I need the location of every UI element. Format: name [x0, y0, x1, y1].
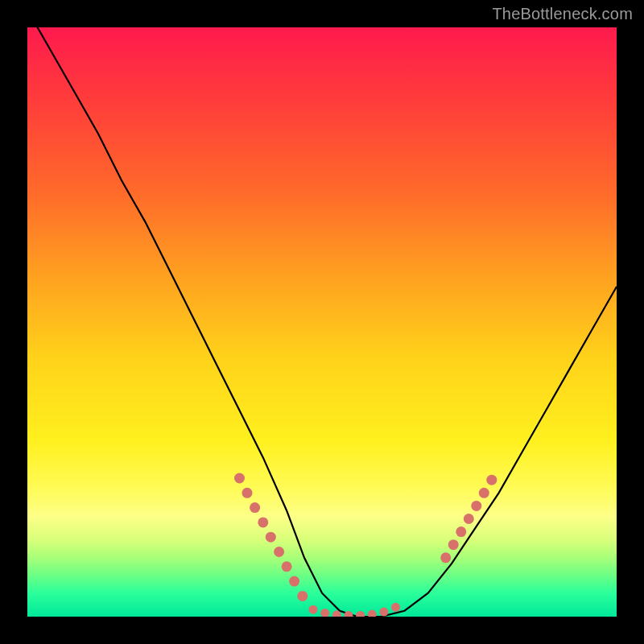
chart-svg — [27, 27, 617, 617]
highlight-dot — [368, 610, 377, 617]
highlight-dot — [391, 603, 400, 612]
highlight-dot — [456, 526, 466, 537]
highlight-dot — [309, 605, 318, 614]
highlight-dot — [274, 547, 284, 557]
highlight-dot — [486, 475, 497, 485]
chart-plot-area — [27, 27, 617, 617]
highlight-dot — [320, 609, 329, 617]
highlight-dot — [464, 514, 474, 524]
highlight-dots-right — [440, 475, 497, 564]
outer-frame: TheBottleneck.com — [0, 0, 644, 644]
highlight-dot — [242, 488, 253, 498]
highlight-dot — [479, 488, 489, 498]
highlight-dot — [440, 552, 451, 563]
highlight-dots-bottom — [309, 603, 401, 617]
watermark-label: TheBottleneck.com — [492, 5, 633, 23]
highlight-dot — [282, 561, 292, 572]
highlight-dot — [448, 539, 459, 550]
highlight-dot — [471, 501, 481, 511]
highlight-dot — [289, 576, 299, 587]
highlight-dot — [234, 473, 245, 484]
highlight-dot — [297, 591, 308, 601]
curve-group — [27, 27, 617, 617]
highlight-dot — [379, 608, 388, 617]
highlight-dot — [356, 611, 365, 617]
bottleneck-curve — [27, 27, 617, 617]
highlight-dot — [258, 517, 268, 527]
highlight-dot — [266, 532, 276, 543]
highlight-dot — [250, 502, 260, 513]
